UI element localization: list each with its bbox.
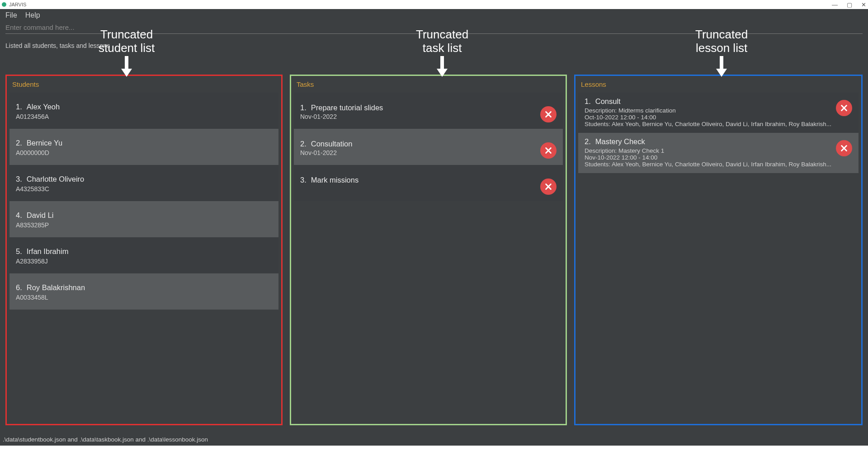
titlebar: JARVIS — ▢ ✕	[0, 0, 868, 9]
command-input[interactable]	[5, 24, 277, 31]
spacer	[0, 54, 868, 75]
close-icon[interactable]	[836, 140, 852, 156]
lessons-list: 1.Consult Description: Midterms clarific…	[578, 93, 859, 173]
tasks-panel: Tasks 1.Prepare tutorial slides Nov-01-2…	[290, 75, 567, 425]
app-title: JARVIS	[9, 2, 26, 7]
students-panel: Students 1.Alex Yeoh A0123456A 2.Bernice…	[5, 75, 283, 425]
menubar: File Help	[0, 9, 868, 22]
list-item[interactable]: 1.Consult Description: Midterms clarific…	[578, 93, 859, 133]
close-icon[interactable]	[540, 142, 557, 159]
list-item[interactable]: 1.Prepare tutorial slides Nov-01-2022	[294, 93, 563, 129]
close-button[interactable]: ✕	[861, 1, 866, 8]
list-item[interactable]: 2.Consultation Nov-01-2022	[294, 129, 563, 165]
tasks-list: 1.Prepare tutorial slides Nov-01-2022 2.…	[294, 93, 563, 201]
tasks-header: Tasks	[294, 78, 563, 93]
students-header: Students	[9, 78, 278, 93]
list-item[interactable]: 1.Alex Yeoh A0123456A	[9, 93, 278, 129]
close-icon[interactable]	[540, 179, 557, 195]
lessons-header: Lessons	[578, 78, 859, 93]
close-icon[interactable]	[836, 100, 852, 116]
panels-row: Students 1.Alex Yeoh A0123456A 2.Bernice…	[0, 75, 868, 425]
result-status: Listed all students, tasks and lessons	[0, 35, 868, 54]
list-item[interactable]: 2.Bernice Yu A0000000D	[9, 129, 278, 165]
minimize-button[interactable]: —	[832, 1, 838, 8]
list-item[interactable]: 6.Roy Balakrishnan A0033458L	[9, 273, 278, 310]
list-item[interactable]: 5.Irfan Ibrahim A2833958J	[9, 237, 278, 273]
students-list: 1.Alex Yeoh A0123456A 2.Bernice Yu A0000…	[9, 93, 278, 310]
maximize-button[interactable]: ▢	[847, 1, 852, 8]
menu-help[interactable]: Help	[25, 11, 40, 19]
list-item[interactable]: 3.Mark missions	[294, 165, 563, 201]
close-icon[interactable]	[540, 106, 557, 122]
footer-path: .\data\studentbook.json and .\data\taskb…	[0, 425, 868, 446]
app-icon	[2, 2, 6, 7]
command-area	[0, 22, 868, 35]
list-item[interactable]: 3.Charlotte Oliveiro A4325833C	[9, 165, 278, 201]
menu-file[interactable]: File	[5, 11, 17, 19]
lessons-panel: Lessons 1.Consult Description: Midterms …	[574, 75, 863, 425]
list-item[interactable]: 4.David Li A8353285P	[9, 201, 278, 237]
list-item[interactable]: 2.Mastery Check Description: Mastery Che…	[578, 133, 859, 173]
